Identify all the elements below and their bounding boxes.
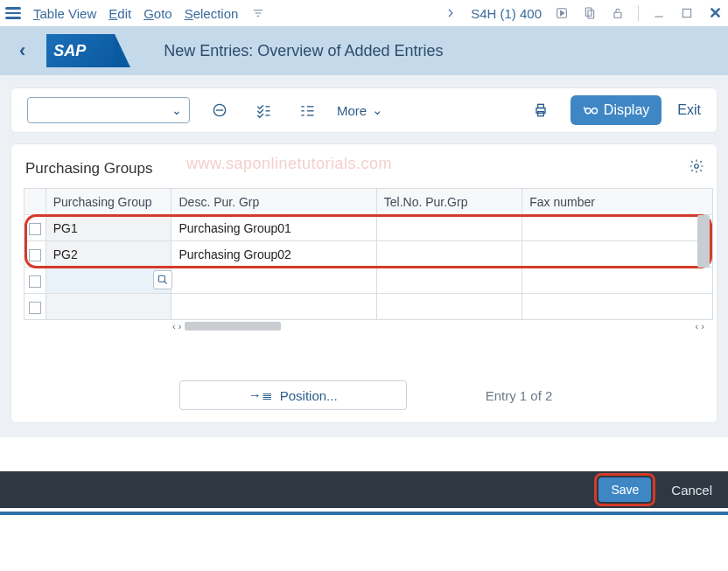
svg-marker-4: [561, 10, 564, 15]
more-menu[interactable]: More⌄: [337, 102, 383, 118]
svg-rect-7: [614, 12, 621, 17]
menubar: Table View Edit Goto Selection S4H (1) 4…: [0, 0, 728, 26]
chevron-right-icon[interactable]: [443, 5, 458, 21]
cell-desc[interactable]: [172, 268, 376, 294]
toolbar: ⌄ More⌄ Display Exit: [10, 87, 718, 133]
svg-point-26: [695, 164, 699, 169]
minimize-icon[interactable]: [651, 5, 667, 21]
cell-pg-edit[interactable]: [46, 268, 172, 294]
cell-tel[interactable]: [376, 268, 522, 294]
position-icon: →≣: [248, 387, 273, 403]
cancel-button[interactable]: Cancel: [671, 483, 712, 498]
print-icon[interactable]: [527, 96, 555, 124]
chevron-down-icon: ⌄: [372, 102, 383, 118]
maximize-icon[interactable]: [679, 5, 695, 21]
purchasing-groups-table: Purchasing Group Desc. Pur. Grp Tel.No. …: [24, 188, 713, 320]
position-bar: →≣ Position... Entry 1 of 2: [24, 380, 708, 410]
glasses-icon: [583, 102, 598, 118]
col-purchasing-group[interactable]: Purchasing Group: [46, 189, 172, 215]
select-all-icon[interactable]: [249, 96, 277, 124]
menu-selection[interactable]: Selection: [185, 6, 239, 21]
display-button[interactable]: Display: [570, 95, 662, 125]
row-checkbox[interactable]: [29, 249, 41, 261]
sap-logo: SAP: [46, 34, 115, 67]
filter-icon[interactable]: [250, 5, 266, 21]
svg-line-28: [164, 282, 167, 284]
row-checkbox[interactable]: [29, 302, 41, 314]
svg-rect-23: [538, 112, 544, 116]
chevron-down-icon: ⌄: [172, 103, 182, 117]
svg-rect-5: [585, 8, 592, 16]
table-row[interactable]: PG2 Purchasing Group02: [24, 241, 713, 268]
section-title: Purchasing Groups: [25, 160, 708, 178]
cell-tel[interactable]: [376, 294, 522, 320]
horizontal-scrollbar[interactable]: [185, 322, 281, 331]
system-label: S4H (1) 400: [471, 6, 542, 21]
col-description[interactable]: Desc. Pur. Grp: [172, 189, 376, 215]
row-checkbox[interactable]: [29, 223, 41, 235]
menu-table-view[interactable]: Table View: [33, 6, 96, 21]
header-bar: ‹ SAP New Entries: Overview of Added Ent…: [0, 26, 728, 75]
page-title: New Entries: Overview of Added Entries: [129, 42, 716, 60]
menu-edit[interactable]: Edit: [108, 6, 131, 21]
table-wrap: Purchasing Group Desc. Pur. Grp Tel.No. …: [24, 188, 708, 320]
svg-point-24: [585, 108, 591, 114]
col-fax[interactable]: Fax number: [522, 189, 713, 215]
cell-fax[interactable]: [522, 215, 713, 241]
play-icon[interactable]: [554, 5, 570, 21]
table-row[interactable]: [24, 294, 713, 320]
close-icon[interactable]: ✕: [707, 5, 723, 21]
svg-rect-6: [588, 10, 594, 18]
horizontal-scrollbar-row: ‹ › ‹ ›: [24, 319, 708, 333]
scroll-left-right-icon[interactable]: ‹ ›: [692, 319, 708, 333]
value-help-icon[interactable]: [153, 270, 172, 289]
position-button[interactable]: →≣ Position...: [179, 380, 407, 410]
table-row[interactable]: PG1 Purchasing Group01: [24, 215, 713, 241]
cell-desc[interactable]: [172, 294, 376, 320]
gear-icon[interactable]: [689, 158, 704, 177]
bottom-accent-line: [0, 512, 728, 515]
cell-fax[interactable]: [522, 241, 713, 268]
menu-goto[interactable]: Goto: [144, 6, 172, 21]
cell-tel[interactable]: [376, 241, 522, 268]
entry-count-label: Entry 1 of 2: [486, 388, 553, 403]
cell-pg[interactable]: PG2: [46, 241, 172, 268]
new-session-icon[interactable]: [582, 5, 598, 21]
scroll-left-right-icon[interactable]: ‹ ›: [169, 319, 185, 333]
unlock-icon[interactable]: [610, 5, 626, 21]
save-button[interactable]: Save: [598, 477, 651, 502]
exit-button[interactable]: Exit: [677, 102, 701, 118]
row-checkbox[interactable]: [29, 275, 41, 288]
cell-pg[interactable]: [46, 294, 172, 320]
save-highlight: Save: [594, 473, 655, 506]
footer-bar: Save Cancel: [0, 471, 728, 508]
cell-tel[interactable]: [376, 215, 522, 241]
separator: [638, 5, 639, 21]
col-checkbox: [24, 189, 46, 215]
cell-desc[interactable]: Purchasing Group02: [172, 241, 376, 268]
cell-desc[interactable]: Purchasing Group01: [172, 215, 376, 241]
content-card: Purchasing Groups www.saponlinetutorials…: [10, 143, 718, 423]
svg-rect-27: [159, 275, 165, 282]
svg-rect-22: [538, 104, 544, 108]
svg-point-25: [592, 108, 597, 114]
hamburger-icon[interactable]: [5, 7, 21, 19]
cell-pg[interactable]: PG1: [46, 215, 172, 241]
vertical-scrollbar[interactable]: [697, 215, 710, 268]
deselect-all-icon[interactable]: [293, 96, 321, 124]
cell-fax[interactable]: [522, 294, 713, 320]
col-tel[interactable]: Tel.No. Pur.Grp: [376, 189, 522, 215]
variant-dropdown[interactable]: ⌄: [27, 97, 190, 123]
deselect-icon[interactable]: [206, 96, 234, 124]
back-button[interactable]: ‹: [12, 36, 32, 66]
cell-fax[interactable]: [522, 268, 713, 294]
table-row[interactable]: [24, 268, 713, 294]
svg-rect-9: [682, 9, 690, 17]
